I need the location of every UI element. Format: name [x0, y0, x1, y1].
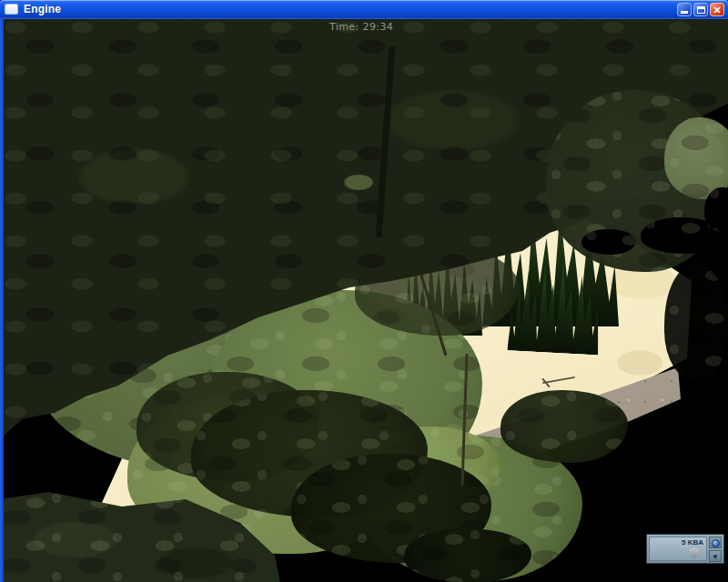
orb-icon — [712, 539, 720, 547]
viewport-3d[interactable]: Time: 29:34 5 KBA ▼ — [4, 19, 728, 582]
window-titlebar[interactable]: Engine ✕ — [0, 0, 728, 19]
maximize-button[interactable] — [693, 3, 708, 16]
app-window-icon — [5, 4, 18, 15]
overlay-panel-label: 5 KBA — [682, 538, 703, 547]
chevron-down-icon: ▼ — [712, 554, 719, 561]
minimize-icon — [681, 11, 688, 14]
shield-icon — [689, 547, 699, 559]
minimize-button[interactable] — [677, 3, 692, 16]
close-icon: ✕ — [711, 4, 723, 15]
maximize-icon — [697, 6, 705, 14]
hud-time-label: Time: 29:34 — [329, 21, 393, 33]
shadow-leaf-silhouette — [500, 390, 628, 463]
engine-window: Engine ✕ — [0, 0, 728, 582]
shadow-leaf-silhouette — [404, 528, 531, 582]
orb-button[interactable] — [709, 537, 722, 548]
close-button[interactable]: ✕ — [710, 3, 724, 16]
overlay-panel-body: 5 KBA — [649, 537, 707, 561]
canopy-gap — [664, 265, 728, 383]
dropdown-button[interactable]: ▼ — [709, 550, 722, 562]
window-title: Engine — [24, 3, 61, 15]
canopy-gap — [581, 229, 636, 255]
overlay-panel[interactable]: 5 KBA ▼ — [646, 534, 724, 564]
